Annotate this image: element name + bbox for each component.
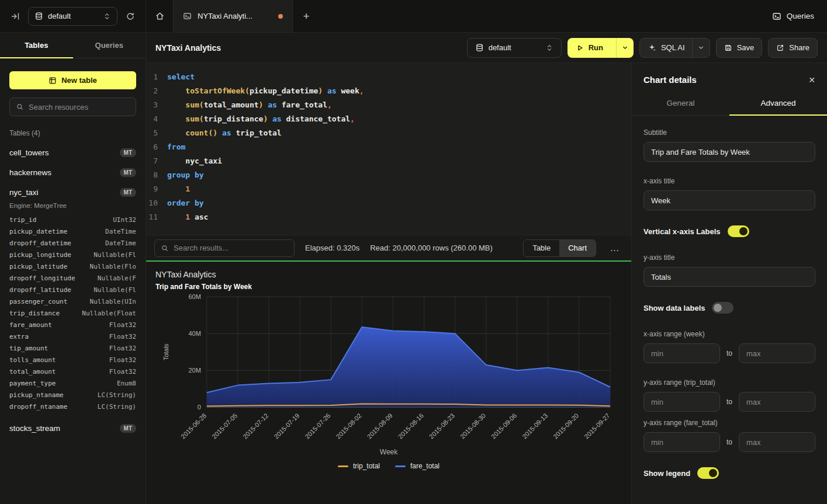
collapse-sidebar-icon [11, 12, 20, 21]
save-button[interactable]: Save [716, 38, 763, 58]
close-panel-button[interactable]: ✕ [808, 75, 815, 85]
show-data-labels-toggle[interactable] [712, 302, 733, 314]
share-button[interactable]: Share [768, 38, 818, 58]
table-item-hackernews[interactable]: hackernews MT [9, 168, 136, 177]
xaxis-title-input[interactable] [643, 190, 815, 210]
column-row[interactable]: payment_typeEnum8 [9, 378, 136, 390]
sidebar-body: New table Tables (4) cell_towers MT hack… [0, 58, 146, 504]
column-row[interactable]: dropoff_latitudeNullable(Fl [9, 284, 136, 296]
svg-text:Totals: Totals [162, 343, 169, 360]
engine-badge: MT [120, 148, 136, 157]
table-item-nyc-taxi[interactable]: nyc_taxi MT [9, 188, 136, 197]
run-options-button[interactable] [616, 38, 634, 58]
vertical-xaxis-labels-row: Vertical x-axis Labels [643, 225, 815, 237]
query-database-selector[interactable]: default [467, 38, 562, 58]
line-number: 7 [146, 154, 167, 168]
svg-text:2015-07-05: 2015-07-05 [210, 412, 238, 440]
query-database-value: default [489, 43, 511, 52]
sql-editor[interactable]: 1select2 toStartOfWeek(pickup_datetime) … [146, 63, 631, 235]
xaxis-range-max-input[interactable] [739, 343, 815, 363]
new-table-button[interactable]: New table [9, 71, 136, 89]
results-search [154, 239, 295, 257]
yaxis-range-fare-max-input[interactable] [739, 432, 815, 452]
results-more-button[interactable]: … [607, 240, 623, 256]
query-tab[interactable]: NYTaxi Analyti... [173, 0, 293, 32]
updown-chevron-icon [103, 12, 111, 20]
column-type: Nullable(UIn [90, 296, 136, 308]
yaxis-range-fare-min-input[interactable] [643, 432, 720, 452]
table-item-cell-towers[interactable]: cell_towers MT [9, 148, 136, 157]
legend-item[interactable]: fare_total [395, 462, 440, 470]
new-tab-button[interactable]: + [293, 0, 320, 32]
column-row[interactable]: tolls_amountFloat32 [9, 354, 136, 366]
run-button-group: Run [568, 38, 634, 58]
sidebar-tab-tables[interactable]: Tables [0, 33, 73, 58]
home-button[interactable] [146, 0, 173, 32]
legend-swatch [395, 465, 406, 467]
table-item-stocks-stream[interactable]: stocks_stream MT [9, 424, 136, 433]
yaxis-title-input[interactable] [643, 267, 815, 287]
code-line: 11 1 asc [146, 210, 631, 224]
sidebar-search-input[interactable] [29, 103, 130, 112]
column-name: payment_type [9, 378, 56, 390]
column-row[interactable]: pickup_longitudeNullable(Fl [9, 249, 136, 261]
refresh-button[interactable] [122, 8, 139, 25]
column-row[interactable]: dropoff_ntanameLC(String) [9, 401, 136, 413]
vertical-xaxis-labels-toggle[interactable] [728, 225, 749, 237]
view-chart-button[interactable]: Chart [559, 240, 596, 256]
tab-advanced[interactable]: Advanced [729, 93, 827, 115]
show-legend-label: Show legend [643, 469, 690, 478]
panel-title: Chart details [643, 75, 697, 85]
column-type: Nullable(Fl [94, 284, 136, 296]
collapse-sidebar-button[interactable] [7, 8, 23, 25]
sidebar-tab-queries[interactable]: Queries [73, 33, 146, 58]
code-text: 1 [167, 182, 190, 196]
column-type: Nullable(F [98, 273, 136, 284]
show-data-labels-row: Show data labels [643, 302, 815, 314]
column-row[interactable]: fare_amountFloat32 [9, 319, 136, 331]
queries-button[interactable]: Queries [772, 12, 814, 21]
main-panel: 1select2 toStartOfWeek(pickup_datetime) … [146, 63, 631, 504]
database-selector[interactable]: default [28, 7, 117, 26]
column-row[interactable]: trip_distanceNullable(Float [9, 308, 136, 319]
search-icon [161, 244, 169, 252]
yaxis-range-fare-group: y-axis range (fare_total) to [643, 419, 815, 452]
column-row[interactable]: extraFloat32 [9, 331, 136, 343]
xaxis-range-label: x-axis range (week) [643, 330, 815, 338]
column-row[interactable]: dropoff_datetimeDateTime [9, 238, 136, 249]
subtitle-group: Subtitle [643, 128, 815, 162]
unsaved-changes-dot [278, 14, 283, 19]
sidebar-search [9, 98, 136, 116]
column-row[interactable]: pickup_latitudeNullable(Flo [9, 261, 136, 273]
column-name: pickup_ntaname [9, 390, 64, 401]
column-row[interactable]: total_amountFloat32 [9, 366, 136, 378]
view-table-button[interactable]: Table [524, 240, 559, 256]
tab-general[interactable]: General [632, 93, 729, 115]
yaxis-title-group: y-axis title [643, 253, 815, 287]
code-text: group by [167, 168, 204, 182]
updown-chevron-icon [545, 44, 553, 52]
column-row[interactable]: dropoff_longitudeNullable(F [9, 273, 136, 284]
subtitle-input[interactable] [643, 142, 815, 162]
svg-text:2015-09-27: 2015-09-27 [583, 412, 611, 440]
column-row[interactable]: pickup_ntanameLC(String) [9, 390, 136, 401]
svg-text:2015-09-13: 2015-09-13 [521, 412, 549, 440]
sql-ai-label: SQL AI [661, 43, 685, 52]
column-row[interactable]: pickup_datetimeDateTime [9, 226, 136, 238]
xaxis-range-min-input[interactable] [643, 343, 720, 363]
column-row[interactable]: passenger_countNullable(UIn [9, 296, 136, 308]
sql-ai-button[interactable]: SQL AI [639, 38, 710, 58]
run-button[interactable]: Run [568, 38, 611, 58]
show-legend-toggle[interactable] [697, 467, 719, 479]
column-row[interactable]: tip_amountFloat32 [9, 343, 136, 354]
svg-text:20M: 20M [188, 367, 200, 374]
column-row[interactable]: trip_idUInt32 [9, 214, 136, 226]
chart-subtitle: Trip and Fare Totals by Week [155, 283, 622, 291]
legend-swatch [338, 465, 348, 467]
results-toolbar: Elapsed: 0.320s Read: 20,000,000 rows (2… [146, 235, 631, 260]
results-search-input[interactable] [174, 244, 288, 252]
legend-item[interactable]: trip_total [338, 462, 380, 470]
yaxis-range-trip-min-input[interactable] [643, 392, 720, 412]
yaxis-range-trip-max-input[interactable] [739, 392, 815, 412]
sql-ai-options-button[interactable] [692, 39, 710, 57]
